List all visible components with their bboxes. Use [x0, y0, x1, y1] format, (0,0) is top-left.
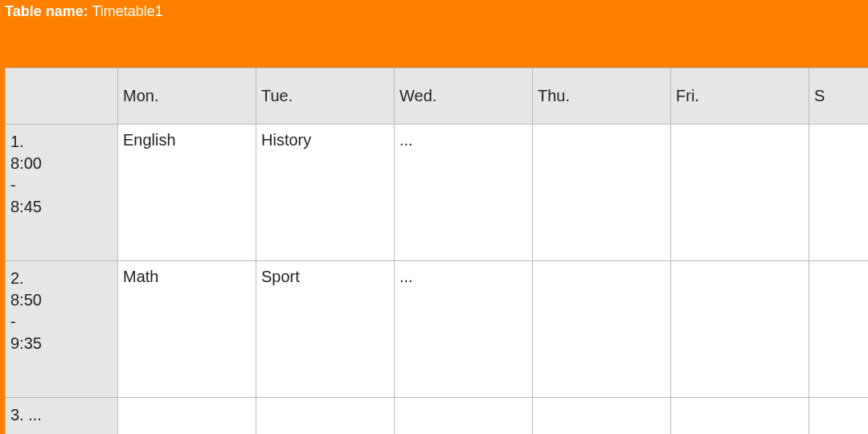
cell-tue-1[interactable]: History — [256, 125, 395, 261]
cell-mon-1[interactable]: English — [118, 125, 256, 261]
cell-fri-3[interactable] — [671, 398, 809, 435]
cell-thu-1[interactable] — [533, 125, 671, 261]
cell-thu-3[interactable] — [533, 398, 671, 435]
cell-sat-3[interactable] — [809, 398, 869, 435]
cell-thu-2[interactable] — [533, 261, 671, 398]
cell-mon-2[interactable]: Math — [118, 261, 256, 398]
table-name-value: Timetable1 — [92, 3, 162, 19]
cell-wed-3[interactable] — [395, 398, 533, 435]
time-label: 1. 8:00 - 8:45 — [10, 131, 113, 218]
table-row: 3. ... — [6, 398, 869, 435]
header-wed[interactable]: Wed. — [395, 68, 533, 125]
time-label: 2. 8:50 - 9:35 — [10, 268, 113, 354]
cell-mon-3[interactable] — [118, 398, 256, 435]
header-tue[interactable]: Tue. — [256, 68, 395, 125]
header-mon[interactable]: Mon. — [118, 68, 256, 125]
table-row: 1. 8:00 - 8:45 English History ... — [6, 125, 869, 261]
timetable-wrap[interactable]: Mon. Tue. Wed. Thu. Fri. S 1. 8:00 - 8:4… — [5, 68, 868, 434]
timetable: Mon. Tue. Wed. Thu. Fri. S 1. 8:00 - 8:4… — [5, 68, 868, 434]
cell-sat-1[interactable] — [809, 125, 869, 261]
cell-tue-2[interactable]: Sport — [256, 261, 395, 398]
header-fri[interactable]: Fri. — [671, 68, 809, 125]
header-sat[interactable]: S — [809, 68, 869, 125]
table-name-label: Table name: — [5, 3, 88, 19]
header-row: Mon. Tue. Wed. Thu. Fri. S — [6, 68, 869, 125]
time-slot-2[interactable]: 2. 8:50 - 9:35 — [6, 261, 118, 398]
cell-wed-1[interactable]: ... — [395, 125, 533, 261]
header-thu[interactable]: Thu. — [533, 68, 671, 125]
time-slot-1[interactable]: 1. 8:00 - 8:45 — [6, 125, 118, 261]
cell-sat-2[interactable] — [809, 261, 869, 398]
cell-wed-2[interactable]: ... — [395, 261, 533, 398]
time-slot-3[interactable]: 3. ... — [6, 398, 118, 435]
cell-fri-1[interactable] — [671, 125, 809, 261]
time-label: 3. ... — [10, 404, 113, 426]
header-bar: Table name: Timetable1 — [0, 0, 868, 23]
app-container: Table name: Timetable1 Mon. Tue. Wed. Th… — [0, 0, 868, 434]
header-time — [6, 68, 118, 125]
cell-tue-3[interactable] — [256, 398, 395, 435]
table-row: 2. 8:50 - 9:35 Math Sport ... — [6, 261, 869, 398]
cell-fri-2[interactable] — [671, 261, 809, 398]
